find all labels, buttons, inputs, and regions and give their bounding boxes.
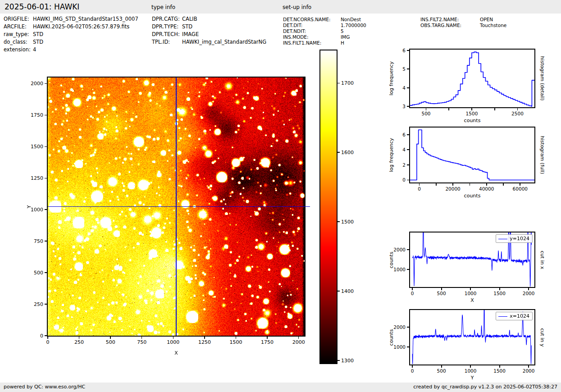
x-axis-tick-label: 1500 [229, 339, 242, 345]
histogram-full-x-tick [486, 183, 487, 186]
histogram-full-plot-frame [409, 127, 535, 183]
cut-in-y-y-tick-label: 1000 [393, 344, 406, 350]
x-axis-tick [47, 337, 48, 339]
cut-in-x-y-tick [407, 249, 409, 250]
x-axis-tick [204, 337, 205, 339]
x-axis-tick [79, 337, 80, 339]
field-label: INS.FILT1.NAME: [283, 40, 321, 46]
y-axis-tick [45, 178, 47, 179]
field-value: 4 [33, 47, 36, 53]
field-label: DPR.CATG: [152, 16, 180, 22]
cut-in-x-y-tick [407, 269, 409, 270]
cut-in-y-x-axis-label: Y [471, 375, 474, 381]
y-axis-tick-label: 2000 [31, 81, 43, 87]
colorbar-tick [338, 221, 340, 222]
histogram-full-x-tick [419, 183, 420, 186]
crosshair-horizontal-line [48, 206, 310, 207]
histogram-detail-x-tick [471, 108, 472, 110]
field-label: INS.FILT2.NAME: [420, 17, 459, 22]
footer-left-text: powered by QC: www.eso.org/HC [4, 384, 85, 390]
x-axis-tick-label: 1000 [167, 339, 179, 345]
header-bar [0, 0, 561, 14]
histogram-detail-x-tick [517, 108, 518, 110]
qc-report-page: 2025-06-01: HAWKI type info set-up info … [0, 0, 561, 392]
field-value: Touchstone [480, 23, 506, 28]
histogram-detail-x-tick [494, 108, 495, 110]
histogram-full-x-tick-label: 0 [418, 186, 421, 191]
cut-in-y-y-axis-label: counts [388, 329, 394, 346]
x-axis-label: X [174, 350, 178, 356]
y-axis-tick [45, 209, 47, 210]
field-label: OBS.TARG.NAME: [420, 23, 461, 28]
x-axis-tick [236, 337, 237, 339]
x-axis-tick [173, 337, 174, 339]
field-label: extension: [4, 47, 31, 53]
histogram-detail-y-tick [407, 68, 409, 69]
histogram-full-y-tick-label: 0 [402, 177, 406, 182]
histogram-full-plot-canvas [410, 128, 534, 182]
cut-in-y-x-tick-label: 500 [437, 368, 446, 374]
histogram-full-y-tick [407, 134, 409, 135]
colorbar-tick-label: 1500 [341, 219, 354, 225]
field-label: DET.NCORRS.NAME: [283, 17, 331, 22]
legend-line-sample [498, 239, 507, 239]
cut-in-y-x-tick [528, 365, 529, 368]
type-info-heading: type info [151, 4, 175, 10]
histogram-full-x-tick [470, 183, 470, 186]
cut-in-x-x-tick-label: 2000 [523, 291, 535, 296]
cut-in-x-x-tick [528, 288, 529, 290]
histogram-full-y-tick-label: 2 [402, 162, 406, 168]
x-axis-tick-label: 2000 [292, 339, 305, 345]
cut-in-x-x-tick-label: 0 [411, 291, 414, 296]
legend-label: x=1024 [510, 313, 529, 319]
colorbar-tick [338, 291, 340, 292]
field-value: STD [33, 39, 43, 45]
field-label: raw_type: [4, 32, 29, 37]
histogram-full-x-tick-label: 40000 [479, 186, 494, 191]
cut-in-x-x-tick [499, 288, 500, 290]
histogram-detail-x-tick [448, 108, 449, 110]
field-value: STD [33, 32, 43, 37]
x-axis-tick [141, 337, 142, 339]
y-axis-tick-label: 750 [34, 238, 43, 244]
histogram-detail-y-tick [407, 106, 409, 107]
cut-in-x-x-tick-label: 1000 [465, 291, 477, 296]
colorbar-tick [338, 83, 340, 84]
histogram-full-x-tick [436, 183, 437, 186]
x-axis-tick [267, 337, 268, 339]
field-label: ORIGFILE: [4, 16, 29, 22]
colorbar-gradient [320, 50, 337, 363]
cut-in-x-right-label: cut in x [539, 251, 545, 269]
y-axis-tick [45, 304, 47, 305]
histogram-detail-plot-frame [409, 49, 535, 108]
histogram-detail-plot-canvas [410, 50, 534, 107]
cut-in-x-y-tick-label: 1000 [393, 267, 406, 272]
x-axis-tick-label: 250 [74, 339, 84, 345]
histogram-full-y-tick-label: 6 [402, 132, 406, 137]
cut-in-x-y-tick-label: 2000 [393, 247, 406, 252]
field-value: OPEN [480, 17, 493, 22]
cut-in-y-x-tick-label: 0 [411, 368, 414, 374]
y-axis-tick-label: 1750 [31, 112, 43, 118]
page-title: 2025-06-01: HAWKI [5, 2, 79, 11]
field-value: CALIB [182, 16, 197, 22]
colorbar-tick-label: 1600 [341, 150, 354, 155]
x-axis-tick-label: 750 [137, 339, 146, 345]
colorbar-tick-label: 1700 [341, 80, 354, 86]
y-axis-tick [45, 146, 47, 147]
field-label: TPL.ID: [152, 39, 170, 45]
cut-in-x-x-axis-label: X [470, 297, 474, 303]
histogram-full-y-tick [407, 149, 409, 150]
histogram-detail-y-tick-label: 3 [402, 104, 406, 109]
cut-in-y-y-tick [407, 327, 409, 328]
field-label: INS.MODE: [283, 34, 309, 40]
x-axis-tick-label: 0 [46, 339, 50, 345]
x-axis-tick [110, 337, 111, 339]
field-value: HAWKI.2025-06-02T05:26:57.879.fits [33, 24, 129, 30]
y-axis-tick [45, 335, 47, 336]
cut-in-x-x-tick [412, 288, 413, 290]
field-label: DPR.TYPE: [152, 24, 178, 30]
histogram-detail-x-axis-label: counts [464, 118, 481, 123]
cut-in-y-y-tick-label: 2000 [393, 324, 406, 330]
colorbar-tick [338, 360, 340, 361]
